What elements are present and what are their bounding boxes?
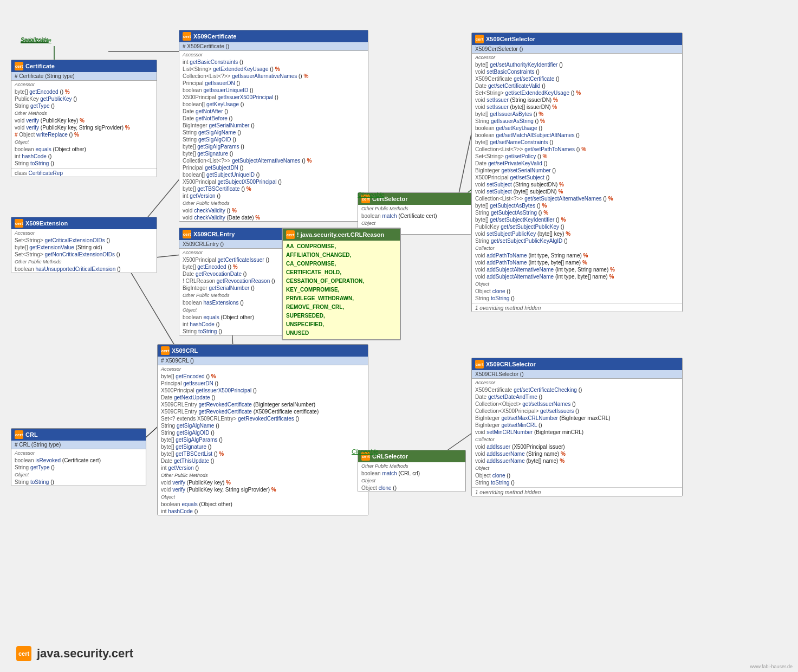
x509crls-object-label: Object <box>472 464 682 472</box>
x509cs-m26: String get/setSubjectPublicKeyAlgID () <box>472 237 682 244</box>
x509crl-m16: void verify (PublicKey key, String sigPr… <box>158 486 368 493</box>
x509certificate-class: cert X509Certificate # X509Certificate (… <box>179 30 368 222</box>
x509certselector-class: cert X509CertSelector X509CertSelector (… <box>471 33 683 312</box>
x509ext-m3: Set<String> getNonCriticalExtensionOIDs … <box>11 251 157 258</box>
x509cert-m18: X500Principal getSubjectX500Principal () <box>179 178 368 185</box>
x509cert-m8: Date getNotAfter () <box>179 108 368 115</box>
x509crl-m10: byte[] getSigAlgParams () <box>158 436 368 443</box>
x509ext-other-label: Other Public Methods <box>11 258 157 266</box>
x509cs-m30: void addSubjectAlternativeName (int type… <box>472 273 682 280</box>
crl-object-label: Object <box>11 471 146 479</box>
x509extension-class: cert X509Extension Accessor Set<String> … <box>11 217 157 273</box>
x509crl-subheader: # X509CRL () <box>158 357 368 365</box>
crl-icon: cert <box>15 430 23 439</box>
x509cs-m9: String getIssuerAsString () % <box>472 118 682 125</box>
x509certselector-header: cert X509CertSelector <box>472 33 682 45</box>
footer-label: java.security.cert <box>37 647 133 661</box>
x509crlselector-header: cert X509CRLSelector <box>472 358 682 370</box>
cert-m2: PublicKey getPublicKey () <box>11 95 157 102</box>
x509crls-m7: void setMinCRLNumber (BigInteger minCRL) <box>472 429 682 436</box>
crlreason-class: cert ! java.security.cert.CRLReason AA_C… <box>282 228 401 340</box>
x509cert-m1: int getBasicConstraints () <box>179 59 368 66</box>
x509ext-m4: boolean hasUnsupportedCriticalExtension … <box>11 266 157 273</box>
x509cert-m15: Collection<List<?>> getSubjectAlternativ… <box>179 157 368 164</box>
x509cs-m19: void setSubject (byte[] subjectDN) % <box>472 188 682 195</box>
x509cs-m4: Date get/setCertificateValid () <box>472 82 682 89</box>
cert-m10: class CertificateRep <box>11 170 157 177</box>
cert-m4: void verify (PublicKey key) % <box>11 117 157 124</box>
x509cs-m6: void setIssuer (String issuerDN) % <box>472 96 682 104</box>
x509crls-m1: X509Certificate get/setCertificateChecki… <box>472 386 682 393</box>
x509crls-m12: String toString () <box>472 479 682 486</box>
crl-m2: String getType () <box>11 464 146 471</box>
x509cs-m31: Object clone () <box>472 288 682 295</box>
certificate-class: cert Certificate # Certificate (String t… <box>11 60 157 177</box>
x509crl-m3: X500Principal getIssuerX500Principal () <box>158 387 368 394</box>
x509crlentry-title: X509CRLEntry <box>193 231 235 237</box>
x509crl-m4: Date getNextUpdate () <box>158 394 368 401</box>
crl-subheader: # CRL (String type) <box>11 441 146 449</box>
x509cs-m15: Date get/setPrivateKeyValid () <box>472 160 682 167</box>
crlselector-m1: boolean match (CRL crl) <box>358 470 465 477</box>
x509crl-m8: String getSigAlgName () <box>158 422 368 429</box>
x509certselector-accessor-label: Accessor <box>472 54 682 61</box>
footer-icon: cert <box>16 646 31 661</box>
x509cs-m17: X500Principal get/setSubject () <box>472 174 682 181</box>
cert-m7: boolean equals (Object other) <box>11 146 157 153</box>
x509crls-m10: void addIssuerName (byte[] name) % <box>472 457 682 464</box>
x509cs-m7: void setIssuer (byte[] issuerDN) % <box>472 104 682 111</box>
watermark: www.fabi-hauser.de <box>750 664 793 669</box>
x509cs-m18: void setSubject (String subjectDN) % <box>472 181 682 188</box>
crlselector-other-label: Other Public Methods <box>358 462 465 470</box>
cloneable-label-1: Cloneable <box>358 191 385 198</box>
crl-m1: boolean isRevoked (Certificate cert) <box>11 457 146 464</box>
crlreason-icon: cert <box>286 230 295 239</box>
certificate-icon: cert <box>15 62 23 70</box>
x509crl-object-label: Object <box>158 493 368 501</box>
x509cert-other-label: Other Public Methods <box>179 199 368 207</box>
x509cert-m12: String getSigAlgOID () <box>179 136 368 143</box>
x509cert-title: X509Certificate <box>193 33 237 40</box>
x509certselector-icon: cert <box>475 35 484 43</box>
x509cert-m13: byte[] getSigAlgParams () <box>179 143 368 150</box>
x509crl-m15: void verify (PublicKey key) % <box>158 479 368 486</box>
x509crl-title: X509CRL <box>172 347 198 354</box>
crl-title: CRL <box>25 431 38 438</box>
x509crls-collector-label: Collector <box>472 436 682 443</box>
x509cs-m2: void setBasicConstraints () <box>472 68 682 75</box>
x509cs-m1: byte[] get/setAuthorityKeyIdentifier () <box>472 61 682 68</box>
x509crl-m17: boolean equals (Object other) <box>158 501 368 508</box>
x509crl-m7: Set<? extends X509CRLEntry> getRevokedCe… <box>158 415 368 422</box>
x509cert-m5: boolean getIssuerUniqueID () <box>179 87 368 94</box>
crl-accessor-label: Accessor <box>11 449 146 457</box>
x509cs-m16: BigInteger get/setSerialNumber () <box>472 167 682 174</box>
x509crlentry-icon: cert <box>183 230 191 238</box>
crl-m3: String toString () <box>11 479 146 486</box>
certificate-header: cert Certificate <box>11 60 157 72</box>
x509crl-m6: X509CRLEntry getRevokedCertificate (X509… <box>158 408 368 415</box>
x509cs-m24: PublicKey get/setSubjectPublicKey () <box>472 223 682 230</box>
x509cert-accessor-label: Accessor <box>179 51 368 59</box>
x509cert-m7: boolean[] getKeyUsage () <box>179 101 368 108</box>
x509cert-header: cert X509Certificate <box>179 30 368 42</box>
crl-class: cert CRL # CRL (String type) Accessor bo… <box>11 428 146 486</box>
x509crl-m1: byte[] getEncoded () % <box>158 373 368 380</box>
x509cert-m9: Date getNotBefore () <box>179 115 368 122</box>
certselector-object-label: Object <box>358 219 471 227</box>
x509cert-m4: Principal getIssuerDN () <box>179 80 368 87</box>
serializable-label: Serializable <box>21 37 51 43</box>
x509cert-m21: void checkValidity () % <box>179 207 368 214</box>
cert-m9: String toString () <box>11 160 157 167</box>
x509cs-m13: Collection<List<?>> get/setPathToNames (… <box>472 146 682 153</box>
cert-m3: String getType () <box>11 102 157 109</box>
x509crl-m5: X509CRLEntry getRevokedCertificate (BigI… <box>158 401 368 408</box>
x509cert-subheader: # X509Certificate () <box>179 42 368 51</box>
x509cert-m10: BigInteger getSerialNumber () <box>179 122 368 129</box>
x509crl-m18: int hashCode () <box>158 508 368 515</box>
diagram-area: Serializable Cloneable Cloneable cert Ce… <box>0 0 798 672</box>
x509cs-m23: byte[] get/setSubjectKeyIdentifier () % <box>472 216 682 223</box>
crlselector-m2: Object clone () <box>358 484 465 492</box>
x509cert-m16: Principal getSubjectDN () <box>179 164 368 171</box>
certificate-title: Certificate <box>25 63 55 69</box>
x509cs-m8: byte[] getIssuerAsBytes () % <box>472 111 682 118</box>
